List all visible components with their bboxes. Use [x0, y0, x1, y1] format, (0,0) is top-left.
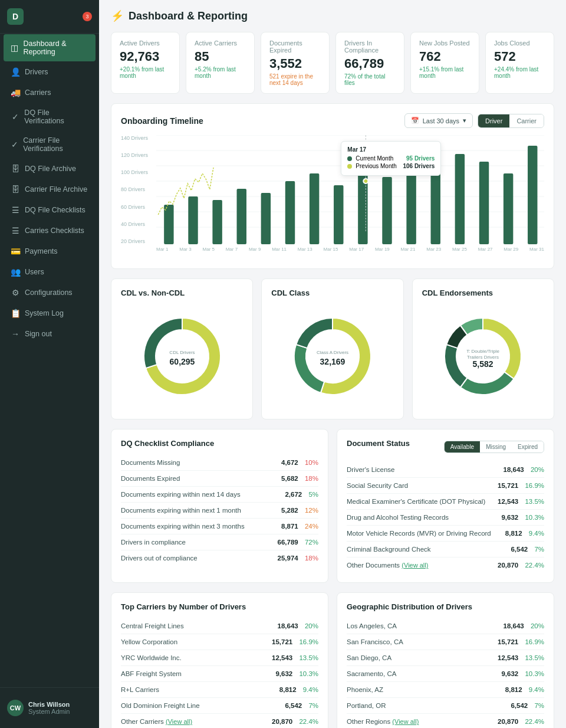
donut-card-1: CDL Class Class A Drivers32,169 — [261, 278, 403, 419]
donut-title-1: CDL Class — [271, 288, 310, 297]
geo-label-3: Sacramento, CA — [347, 670, 396, 677]
carrier-pct-1: 16.9% — [299, 638, 318, 645]
compliance-label-3: Documents expiring within next 1 month — [121, 507, 241, 514]
tab-carrier[interactable]: Carrier — [509, 114, 544, 127]
sidebar-item-carrier-checklists[interactable]: ☰Carries Checklists — [4, 221, 96, 241]
compliance-label-5: Drivers in compliance — [121, 539, 186, 546]
date-range-picker[interactable]: 📅 Last 30 days ▾ — [404, 113, 473, 128]
doc-link-6[interactable]: (View all) — [402, 562, 428, 569]
donut-svg-1: Class A Drivers32,169 — [279, 303, 386, 409]
svg-rect-7 — [164, 205, 173, 244]
geo-dist-title: Geographic Distribution of Drivers — [347, 602, 544, 611]
sidebar-item-dq-archive[interactable]: 🗄DQ File Archive — [4, 159, 96, 179]
svg-text:60,295: 60,295 — [169, 357, 195, 366]
stat-card-3: Drivers In Compliance 66,789 72% of the … — [335, 32, 404, 94]
sidebar-label-drivers: Drivers — [25, 68, 48, 76]
sidebar-item-dashboard[interactable]: ◫Dashboard & Reporting — [4, 34, 96, 61]
geo-count-2: 12,543 — [498, 654, 518, 661]
carrier-row-0: Central Freight Lines 18,643 20% — [121, 618, 318, 634]
sidebar-item-carrier-archive[interactable]: 🗄Carrier File Archive — [4, 179, 96, 199]
doc-pct-2: 13.5% — [525, 498, 544, 505]
compliance-row-6: Drivers out of compliance 25,974 18% — [121, 550, 318, 566]
notification-badge[interactable]: 3 — [83, 12, 92, 21]
carrier-label-3: ABF Freight System — [121, 670, 182, 677]
doc-tab-expired[interactable]: Expired — [512, 441, 544, 452]
donut-title-2: CDL Endorsements — [422, 288, 493, 297]
stat-value-2: 3,552 — [269, 56, 321, 71]
carrier-link-6[interactable]: (View all) — [166, 718, 192, 725]
stat-card-2: Documents Expired 3,552 521 expire in th… — [261, 32, 330, 94]
stat-label-1: Active Carriers — [195, 40, 246, 47]
compliance-row-5: Drivers in compliance 66,789 72% — [121, 534, 318, 550]
sidebar-item-configurations[interactable]: ⚙Configurations — [4, 283, 96, 303]
doc-count-3: 9,632 — [501, 514, 518, 521]
sidebar-icon-carrier-checklists: ☰ — [11, 226, 20, 235]
onboarding-chart-card: Onboarding Timeline 📅 Last 30 days ▾ Dri… — [111, 103, 554, 269]
stat-label-2: Documents Expired — [269, 40, 321, 54]
carrier-pct-5: 7% — [308, 702, 318, 709]
sidebar-icon-drivers: 👤 — [11, 67, 20, 77]
carrier-row-5: Old Dominion Freight Line 6,542 7% — [121, 698, 318, 714]
geo-label-4: Phoenix, AZ — [347, 686, 383, 693]
doc-tab-missing[interactable]: Missing — [480, 441, 512, 452]
stat-label-5: Jobs Closed — [494, 40, 545, 47]
sidebar-item-sign-out[interactable]: →Sign out — [4, 324, 96, 344]
compliance-pct-0: 10% — [305, 459, 318, 466]
sidebar-label-carrier-verifications: Carrier File Verifications — [23, 136, 88, 153]
chart-tooltip: Mar 17 Current Month 95 Drivers Previous… — [341, 141, 441, 176]
compliance-count-1: 5,682 — [281, 475, 298, 482]
stat-label-4: New Jobs Posted — [419, 40, 470, 47]
sidebar-label-sign-out: Sign out — [25, 330, 52, 338]
sidebar-icon-dashboard: ◫ — [11, 43, 19, 53]
sidebar-item-drivers[interactable]: 👤Drivers — [4, 62, 96, 82]
doc-label-6: Other Documents (View all) — [347, 562, 428, 569]
svg-rect-19 — [455, 154, 465, 244]
sidebar-item-carrier-verifications[interactable]: ✓Carrier File Verifications — [4, 131, 96, 158]
user-role: System Admin — [28, 708, 70, 715]
compliance-count-5: 66,789 — [278, 539, 298, 546]
svg-rect-9 — [212, 200, 222, 244]
sidebar-item-carriers[interactable]: 🚚Carriers — [4, 83, 96, 103]
geo-pct-4: 9.4% — [529, 686, 544, 693]
tab-driver[interactable]: Driver — [478, 114, 509, 127]
sidebar-item-payments[interactable]: 💳Payments — [4, 241, 96, 261]
svg-rect-10 — [237, 189, 246, 244]
svg-point-29 — [307, 331, 358, 382]
geo-row-5: Portland, OR 6,542 7% — [347, 698, 544, 714]
compliance-label-0: Documents Missing — [121, 459, 180, 466]
chart-area: 140 Drivers 120 Drivers 100 Drivers 80 D… — [121, 135, 544, 259]
sidebar-icon-dq-checklists: ☰ — [11, 205, 20, 215]
sidebar-item-users[interactable]: 👥Users — [4, 262, 96, 282]
sidebar-icon-dq-verifications: ✓ — [11, 112, 19, 122]
carrier-count-6: 20,870 — [272, 718, 292, 725]
doc-count-6: 20,870 — [498, 562, 518, 569]
doc-count-4: 8,812 — [505, 530, 522, 537]
geo-row-3: Sacramento, CA 9,632 10.3% — [347, 666, 544, 682]
carrier-count-0: 18,643 — [278, 622, 298, 629]
compliance-row-3: Documents expiring within next 1 month 5… — [121, 503, 318, 519]
sidebar-bottom: CW Chris Willson System Admin — [0, 687, 99, 728]
stat-change-3: 72% of the total files — [344, 73, 396, 86]
carrier-row-2: YRC Worldwide Inc. 12,543 13.5% — [121, 650, 318, 666]
carrier-count-2: 12,543 — [272, 654, 292, 661]
compliance-pct-2: 5% — [308, 491, 318, 498]
geo-pct-5: 7% — [534, 702, 544, 709]
sidebar-item-system-log[interactable]: 📋System Log — [4, 303, 96, 323]
sidebar-item-dq-verifications[interactable]: ✓DQ File Verifications — [4, 103, 96, 130]
doc-tab-available[interactable]: Available — [445, 441, 480, 452]
sidebar-label-carrier-archive: Carrier File Archive — [25, 185, 87, 194]
main-content: ⚡ Dashboard & Reporting Active Drivers 9… — [99, 0, 566, 728]
sidebar-icon-sign-out: → — [11, 329, 20, 339]
sidebar-label-users: Users — [25, 268, 44, 276]
svg-rect-8 — [188, 196, 198, 244]
carrier-row-1: Yellow Corporation 15,721 16.9% — [121, 634, 318, 650]
compliance-label-4: Documents expiring within next 3 months — [121, 523, 245, 530]
sidebar-label-carriers: Carriers — [25, 88, 51, 97]
geo-pct-1: 16.9% — [525, 638, 544, 645]
carrier-pct-3: 10.3% — [299, 670, 318, 677]
geo-link-6[interactable]: (View all) — [392, 718, 419, 725]
chart-title: Onboarding Timeline — [121, 116, 203, 126]
geo-row-2: San Diego, CA 12,543 13.5% — [347, 650, 544, 666]
geo-count-1: 15,721 — [498, 638, 518, 645]
sidebar-item-dq-checklists[interactable]: ☰DQ File Checklists — [4, 200, 96, 220]
